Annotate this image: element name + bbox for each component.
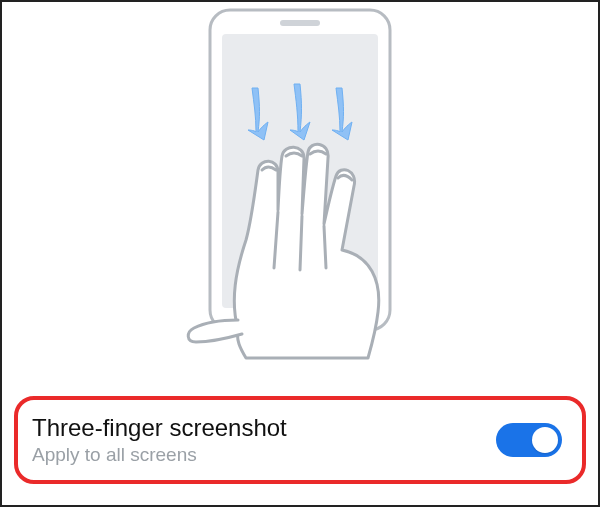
setting-title: Three-finger screenshot bbox=[32, 414, 287, 443]
setting-subtitle: Apply to all screens bbox=[32, 444, 287, 466]
svg-line-6 bbox=[324, 226, 326, 268]
svg-line-5 bbox=[300, 216, 302, 270]
toggle-knob bbox=[532, 427, 558, 453]
setting-text-block: Three-finger screenshot Apply to all scr… bbox=[32, 414, 287, 467]
gesture-illustration bbox=[0, 0, 600, 380]
svg-rect-2 bbox=[280, 20, 320, 26]
three-finger-swipe-down-icon bbox=[150, 0, 450, 370]
setting-row-three-finger-screenshot[interactable]: Three-finger screenshot Apply to all scr… bbox=[14, 396, 586, 484]
toggle-switch[interactable] bbox=[496, 423, 562, 457]
